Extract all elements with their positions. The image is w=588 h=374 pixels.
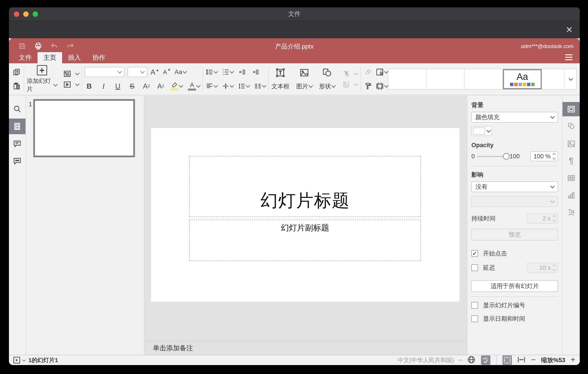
duration-label: 持续时间 bbox=[471, 215, 495, 222]
comments-icon[interactable] bbox=[9, 137, 25, 151]
effect-select[interactable]: 没有 bbox=[471, 181, 558, 192]
tab-collaboration[interactable]: 协作 bbox=[87, 52, 111, 63]
spell-check-icon[interactable]: ABC bbox=[481, 355, 490, 365]
arrange-shape-icon[interactable] bbox=[342, 68, 351, 79]
theme-option-selected[interactable]: Aa bbox=[503, 69, 542, 89]
opacity-min-label: 0 bbox=[471, 153, 475, 160]
font-name-combo[interactable] bbox=[85, 67, 125, 77]
delay-spinner[interactable]: 10 s bbox=[527, 263, 558, 273]
decrease-font-icon[interactable]: A▼ bbox=[162, 67, 171, 77]
shape-button[interactable]: 形状 bbox=[319, 63, 335, 95]
status-bar: 1的幻灯片1 中文(中华人民共和国) ABC − 缩放%53 + bbox=[9, 355, 580, 365]
background-color-picker[interactable] bbox=[471, 126, 492, 136]
subtitle-placeholder[interactable]: 幻灯片副标题 bbox=[189, 220, 421, 261]
theme-preview-text: Aa bbox=[516, 72, 528, 81]
tab-insert[interactable]: 插入 bbox=[62, 52, 87, 63]
slide-layout-icon[interactable] bbox=[63, 68, 72, 79]
title-placeholder[interactable]: 幻灯片标题 bbox=[189, 156, 421, 217]
shape-label: 形状 bbox=[319, 82, 331, 90]
start-preview-icon[interactable] bbox=[13, 357, 20, 363]
notes-area[interactable]: 单击添加备注 bbox=[144, 341, 467, 355]
svg-text:ABC: ABC bbox=[483, 357, 488, 360]
paste-icon[interactable] bbox=[12, 81, 21, 91]
slide-canvas[interactable]: 幻灯片标题 幻灯片副标题 bbox=[151, 128, 460, 302]
theme-option-5[interactable] bbox=[542, 69, 565, 89]
zoom-in-icon[interactable]: + bbox=[571, 356, 575, 364]
text-box-button[interactable]: 文本框 bbox=[272, 63, 290, 95]
start-slideshow-icon[interactable] bbox=[63, 79, 72, 90]
close-icon[interactable]: ✕ bbox=[564, 25, 574, 35]
start-on-click-checkbox[interactable]: ✓ bbox=[471, 250, 478, 257]
right-sidebar: ¶ bbox=[563, 96, 580, 355]
increase-indent-icon[interactable] bbox=[251, 67, 260, 77]
show-slide-number-checkbox[interactable] bbox=[471, 302, 478, 309]
opacity-slider-handle[interactable] bbox=[503, 153, 510, 160]
apply-to-all-slides-button[interactable]: 适用于所有幻灯片 bbox=[471, 280, 558, 292]
vertical-align-icon[interactable] bbox=[222, 81, 233, 91]
slide-size-icon[interactable] bbox=[376, 81, 388, 91]
tab-home[interactable]: 主页 bbox=[38, 52, 62, 63]
add-slide-button[interactable]: + 添加幻灯片 bbox=[27, 63, 57, 95]
image-button[interactable]: 图片 bbox=[296, 63, 312, 95]
color-swatch bbox=[473, 128, 485, 135]
theme-option-3[interactable] bbox=[465, 69, 503, 89]
highlight-color-icon[interactable] bbox=[170, 81, 182, 91]
tab-file[interactable]: 文件 bbox=[13, 52, 38, 63]
zoom-out-icon[interactable]: − bbox=[531, 356, 536, 364]
table-settings-icon[interactable] bbox=[563, 171, 580, 185]
slide-settings-icon[interactable] bbox=[563, 102, 580, 116]
horizontal-align-icon[interactable] bbox=[206, 81, 217, 91]
text-art-settings-icon[interactable] bbox=[563, 205, 580, 220]
font-size-combo[interactable] bbox=[127, 67, 147, 77]
columns-icon[interactable] bbox=[254, 81, 266, 91]
align-shape-icon[interactable] bbox=[342, 79, 351, 90]
document-language-icon[interactable] bbox=[467, 355, 476, 365]
slide-thumbnail[interactable] bbox=[33, 99, 135, 157]
copy-style-icon[interactable] bbox=[364, 81, 373, 91]
language-caret-icon[interactable] bbox=[459, 359, 462, 363]
numbered-list-icon[interactable] bbox=[222, 67, 233, 77]
underline-icon[interactable]: U bbox=[113, 81, 122, 91]
superscript-icon[interactable]: A2 bbox=[142, 81, 151, 91]
slide-workspace: 幻灯片标题 幻灯片副标题 单击添加备注 bbox=[144, 96, 467, 355]
opacity-slider-track[interactable] bbox=[477, 156, 503, 157]
copy-icon[interactable] bbox=[12, 67, 21, 77]
main-area: 1 幻灯片标题 幻灯片副标题 单击添加备注 背景 颜色填充 bbox=[9, 96, 580, 355]
background-fill-select[interactable]: 颜色填充 bbox=[471, 112, 558, 122]
theme-gallery-expand-icon[interactable] bbox=[565, 69, 576, 89]
opacity-spinner[interactable]: 100 % bbox=[530, 152, 558, 161]
duration-spinner[interactable]: 2 s bbox=[527, 214, 558, 223]
font-color-icon[interactable]: A bbox=[188, 81, 200, 91]
menu-icon[interactable] bbox=[565, 54, 573, 60]
fit-width-icon[interactable] bbox=[517, 355, 526, 365]
bold-icon[interactable]: B bbox=[85, 81, 94, 91]
line-spacing-icon[interactable] bbox=[238, 81, 250, 91]
strikethrough-icon[interactable]: S bbox=[127, 81, 136, 91]
decrease-indent-icon[interactable] bbox=[238, 67, 247, 77]
bullet-list-icon[interactable] bbox=[206, 67, 217, 77]
preview-button[interactable]: 预览 bbox=[471, 229, 558, 241]
theme-option-2[interactable] bbox=[427, 69, 465, 89]
fit-slide-icon[interactable] bbox=[503, 355, 512, 365]
chart-settings-icon[interactable] bbox=[563, 188, 580, 202]
color-scheme-icon[interactable] bbox=[376, 67, 388, 77]
subscript-icon[interactable]: A2 bbox=[156, 81, 165, 91]
paragraph-settings-icon[interactable]: ¶ bbox=[563, 154, 580, 168]
theme-option-1[interactable] bbox=[388, 69, 427, 89]
show-date-time-checkbox[interactable] bbox=[471, 315, 478, 322]
language-selector[interactable]: 中文(中华人民共和国) bbox=[398, 356, 454, 364]
effect-type-select[interactable] bbox=[471, 196, 558, 207]
italic-icon[interactable]: I bbox=[99, 81, 108, 91]
change-case-icon[interactable]: Aa bbox=[175, 67, 186, 77]
chat-icon[interactable] bbox=[9, 154, 25, 168]
shape-settings-icon[interactable] bbox=[563, 119, 580, 133]
preview-options-chevron-icon[interactable] bbox=[22, 358, 26, 362]
effect-label: 影响 bbox=[471, 171, 558, 179]
show-date-time-label: 显示日期和时间 bbox=[483, 315, 525, 323]
slides-panel-icon[interactable] bbox=[9, 119, 25, 134]
eraser-icon[interactable] bbox=[364, 67, 373, 77]
increase-font-icon[interactable]: A▲ bbox=[150, 67, 159, 77]
search-icon[interactable] bbox=[9, 102, 25, 116]
image-settings-icon[interactable] bbox=[563, 137, 580, 151]
delay-checkbox[interactable] bbox=[471, 264, 478, 271]
